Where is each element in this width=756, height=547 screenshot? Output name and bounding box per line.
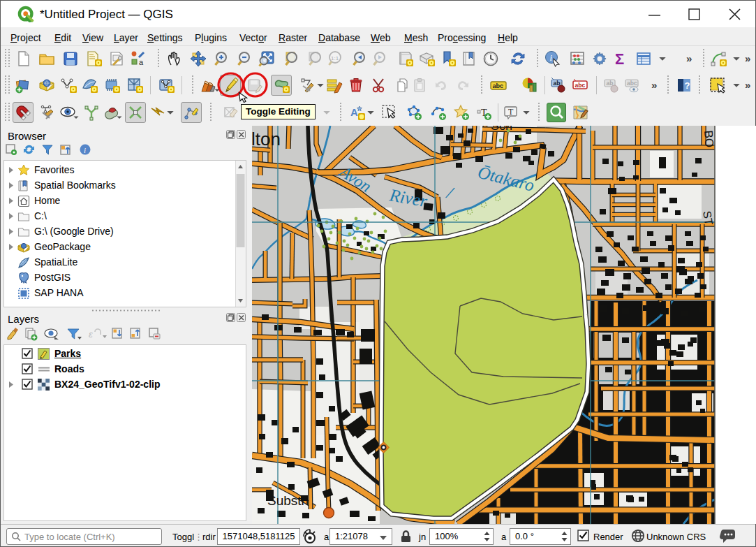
svg-text:i: i <box>84 146 86 154</box>
svg-text:?: ? <box>685 80 690 91</box>
svg-text:1:1: 1:1 <box>331 55 339 61</box>
svg-text:Σ: Σ <box>615 50 624 67</box>
svg-text:a: a <box>139 58 144 66</box>
svg-text:T: T <box>508 107 514 117</box>
svg-text:BO: BO <box>702 130 716 148</box>
svg-text:Substn: Substn <box>267 493 309 508</box>
svg-text:Sch: Sch <box>491 126 512 133</box>
svg-text:abc: abc <box>575 82 586 89</box>
svg-text:ε: ε <box>89 329 93 340</box>
svg-text:lton: lton <box>252 129 281 149</box>
svg-text:abc: abc <box>627 80 637 87</box>
svg-text:abc: abc <box>493 82 504 89</box>
svg-text:i: i <box>550 52 553 63</box>
svg-text:ST: ST <box>701 210 715 226</box>
